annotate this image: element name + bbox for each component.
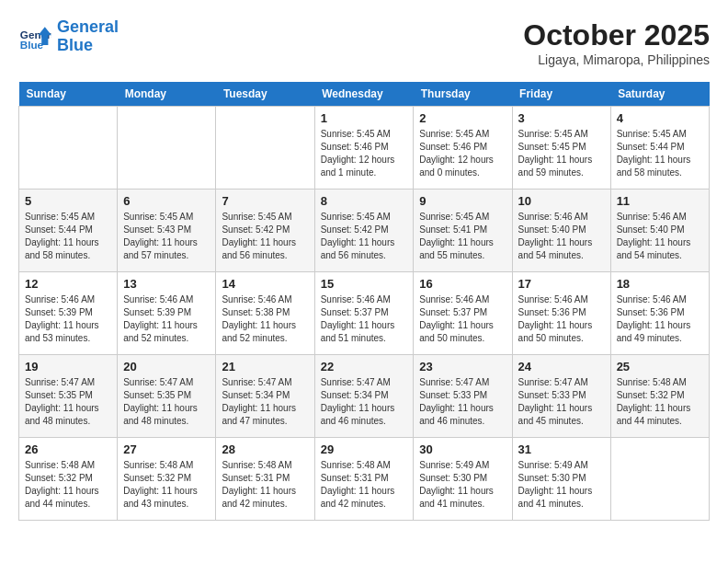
calendar-week-row: 1Sunrise: 5:45 AM Sunset: 5:46 PM Daylig… (19, 107, 710, 190)
calendar-cell: 21Sunrise: 5:47 AM Sunset: 5:34 PM Dayli… (216, 355, 314, 438)
day-info: Sunrise: 5:48 AM Sunset: 5:31 PM Dayligh… (321, 459, 408, 511)
logo-line2: Blue (57, 36, 93, 54)
day-info: Sunrise: 5:48 AM Sunset: 5:31 PM Dayligh… (222, 459, 308, 511)
day-info: Sunrise: 5:48 AM Sunset: 5:32 PM Dayligh… (123, 459, 210, 511)
day-number: 1 (321, 111, 408, 125)
calendar-cell: 27Sunrise: 5:48 AM Sunset: 5:32 PM Dayli… (118, 438, 216, 521)
calendar-cell (118, 107, 216, 190)
day-info: Sunrise: 5:47 AM Sunset: 5:35 PM Dayligh… (123, 376, 210, 428)
day-number: 30 (419, 442, 506, 456)
day-number: 8 (321, 194, 408, 208)
day-info: Sunrise: 5:48 AM Sunset: 5:32 PM Dayligh… (617, 376, 703, 428)
day-number: 21 (222, 360, 308, 373)
day-info: Sunrise: 5:46 AM Sunset: 5:38 PM Dayligh… (222, 293, 308, 345)
day-info: Sunrise: 5:49 AM Sunset: 5:30 PM Dayligh… (419, 459, 506, 511)
calendar-cell: 31Sunrise: 5:49 AM Sunset: 5:30 PM Dayli… (512, 438, 610, 521)
day-info: Sunrise: 5:47 AM Sunset: 5:35 PM Dayligh… (25, 376, 111, 428)
calendar-cell: 4Sunrise: 5:45 AM Sunset: 5:44 PM Daylig… (610, 107, 709, 190)
day-number: 23 (419, 360, 506, 373)
calendar-cell: 7Sunrise: 5:45 AM Sunset: 5:42 PM Daylig… (216, 190, 314, 272)
day-number: 2 (419, 111, 506, 125)
day-info: Sunrise: 5:45 AM Sunset: 5:46 PM Dayligh… (321, 128, 408, 179)
calendar-cell (610, 438, 709, 521)
day-header-saturday: Saturday (610, 82, 709, 107)
day-info: Sunrise: 5:48 AM Sunset: 5:32 PM Dayligh… (25, 459, 111, 511)
calendar-week-row: 19Sunrise: 5:47 AM Sunset: 5:35 PM Dayli… (19, 355, 710, 438)
calendar-cell: 10Sunrise: 5:46 AM Sunset: 5:40 PM Dayli… (512, 190, 610, 272)
logo-icon: General Blue (18, 20, 51, 53)
calendar-cell: 12Sunrise: 5:46 AM Sunset: 5:39 PM Dayli… (19, 272, 118, 355)
day-info: Sunrise: 5:45 AM Sunset: 5:44 PM Dayligh… (25, 211, 111, 262)
calendar-cell: 29Sunrise: 5:48 AM Sunset: 5:31 PM Dayli… (314, 438, 414, 521)
day-number: 14 (222, 277, 308, 291)
calendar-cell: 8Sunrise: 5:45 AM Sunset: 5:42 PM Daylig… (314, 190, 414, 272)
calendar-cell: 19Sunrise: 5:47 AM Sunset: 5:35 PM Dayli… (19, 355, 118, 438)
page-header: General Blue General Blue October 2025 L… (18, 18, 710, 67)
calendar-cell: 22Sunrise: 5:47 AM Sunset: 5:34 PM Dayli… (314, 355, 414, 438)
day-info: Sunrise: 5:47 AM Sunset: 5:34 PM Dayligh… (321, 376, 408, 428)
day-header-tuesday: Tuesday (216, 82, 314, 107)
day-number: 9 (419, 194, 506, 208)
day-header-friday: Friday (512, 82, 610, 107)
calendar-cell: 2Sunrise: 5:45 AM Sunset: 5:46 PM Daylig… (414, 107, 512, 190)
day-info: Sunrise: 5:45 AM Sunset: 5:44 PM Dayligh… (617, 128, 703, 179)
day-header-monday: Monday (118, 82, 216, 107)
day-info: Sunrise: 5:47 AM Sunset: 5:33 PM Dayligh… (518, 376, 605, 428)
day-header-thursday: Thursday (414, 82, 512, 107)
calendar-cell: 14Sunrise: 5:46 AM Sunset: 5:38 PM Dayli… (216, 272, 314, 355)
day-number: 26 (25, 442, 111, 456)
day-info: Sunrise: 5:46 AM Sunset: 5:37 PM Dayligh… (419, 293, 506, 345)
day-info: Sunrise: 5:49 AM Sunset: 5:30 PM Dayligh… (518, 459, 605, 511)
day-number: 13 (123, 277, 210, 291)
calendar-cell: 6Sunrise: 5:45 AM Sunset: 5:43 PM Daylig… (118, 190, 216, 272)
day-number: 4 (617, 111, 703, 125)
day-number: 3 (518, 111, 605, 125)
day-number: 6 (123, 194, 210, 208)
day-number: 18 (617, 277, 703, 291)
day-info: Sunrise: 5:45 AM Sunset: 5:46 PM Dayligh… (419, 128, 506, 179)
day-info: Sunrise: 5:46 AM Sunset: 5:39 PM Dayligh… (123, 293, 210, 345)
calendar-cell: 30Sunrise: 5:49 AM Sunset: 5:30 PM Dayli… (414, 438, 512, 521)
calendar-cell: 1Sunrise: 5:45 AM Sunset: 5:46 PM Daylig… (314, 107, 414, 190)
calendar-cell: 18Sunrise: 5:46 AM Sunset: 5:36 PM Dayli… (610, 272, 709, 355)
day-info: Sunrise: 5:46 AM Sunset: 5:36 PM Dayligh… (518, 293, 605, 345)
day-header-sunday: Sunday (19, 82, 118, 107)
calendar-cell: 9Sunrise: 5:45 AM Sunset: 5:41 PM Daylig… (414, 190, 512, 272)
day-number: 20 (123, 360, 210, 373)
calendar-cell: 5Sunrise: 5:45 AM Sunset: 5:44 PM Daylig… (19, 190, 118, 272)
month-title: October 2025 (523, 18, 710, 52)
logo-line1: General (57, 17, 119, 36)
day-info: Sunrise: 5:45 AM Sunset: 5:45 PM Dayligh… (518, 128, 605, 179)
day-info: Sunrise: 5:46 AM Sunset: 5:37 PM Dayligh… (321, 293, 408, 345)
calendar-cell: 20Sunrise: 5:47 AM Sunset: 5:35 PM Dayli… (118, 355, 216, 438)
calendar-table: SundayMondayTuesdayWednesdayThursdayFrid… (18, 82, 710, 521)
calendar-cell: 3Sunrise: 5:45 AM Sunset: 5:45 PM Daylig… (512, 107, 610, 190)
logo-text: General Blue (57, 18, 119, 55)
calendar-week-row: 26Sunrise: 5:48 AM Sunset: 5:32 PM Dayli… (19, 438, 710, 521)
day-header-wednesday: Wednesday (314, 82, 414, 107)
day-number: 24 (518, 360, 605, 373)
day-info: Sunrise: 5:47 AM Sunset: 5:33 PM Dayligh… (419, 376, 506, 428)
calendar-cell: 26Sunrise: 5:48 AM Sunset: 5:32 PM Dayli… (19, 438, 118, 521)
day-info: Sunrise: 5:45 AM Sunset: 5:41 PM Dayligh… (419, 211, 506, 262)
calendar-cell: 15Sunrise: 5:46 AM Sunset: 5:37 PM Dayli… (314, 272, 414, 355)
day-info: Sunrise: 5:46 AM Sunset: 5:40 PM Dayligh… (518, 211, 605, 262)
day-number: 28 (222, 442, 308, 456)
day-number: 19 (25, 360, 111, 373)
calendar-cell: 23Sunrise: 5:47 AM Sunset: 5:33 PM Dayli… (414, 355, 512, 438)
svg-text:Blue: Blue (20, 38, 44, 50)
calendar-header-row: SundayMondayTuesdayWednesdayThursdayFrid… (19, 82, 710, 107)
day-number: 11 (617, 194, 703, 208)
day-info: Sunrise: 5:46 AM Sunset: 5:40 PM Dayligh… (617, 211, 703, 262)
day-info: Sunrise: 5:47 AM Sunset: 5:34 PM Dayligh… (222, 376, 308, 428)
day-number: 10 (518, 194, 605, 208)
calendar-cell: 28Sunrise: 5:48 AM Sunset: 5:31 PM Dayli… (216, 438, 314, 521)
calendar-cell (216, 107, 314, 190)
day-number: 16 (419, 277, 506, 291)
day-info: Sunrise: 5:46 AM Sunset: 5:36 PM Dayligh… (617, 293, 703, 345)
day-number: 25 (617, 360, 703, 373)
calendar-cell: 16Sunrise: 5:46 AM Sunset: 5:37 PM Dayli… (414, 272, 512, 355)
calendar-cell: 24Sunrise: 5:47 AM Sunset: 5:33 PM Dayli… (512, 355, 610, 438)
day-number: 12 (25, 277, 111, 291)
calendar-week-row: 5Sunrise: 5:45 AM Sunset: 5:44 PM Daylig… (19, 190, 710, 272)
